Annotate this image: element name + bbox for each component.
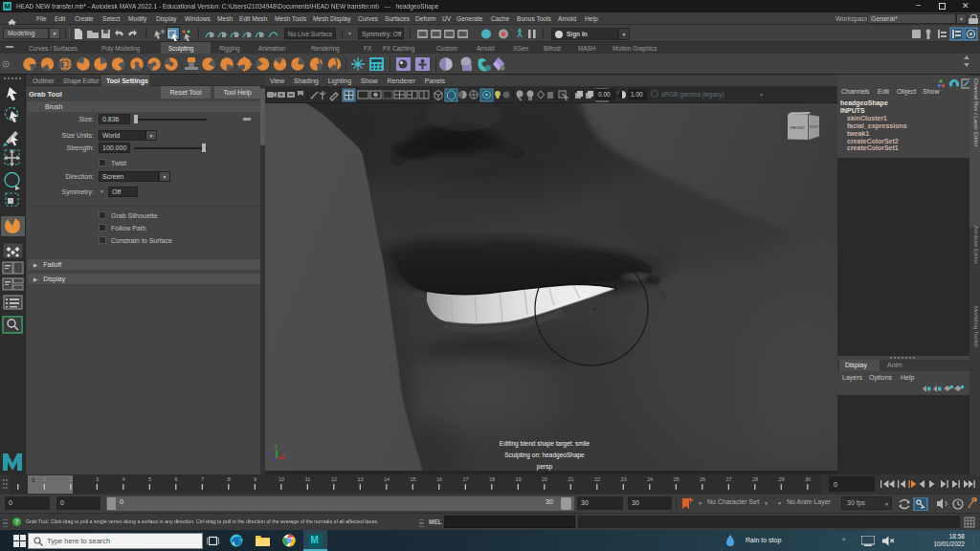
svg-text:26: 26 [700, 476, 705, 482]
svg-text:25: 25 [673, 476, 679, 482]
svg-text:29: 29 [778, 476, 784, 482]
svg-text:14: 14 [384, 476, 390, 482]
svg-text:21: 21 [568, 476, 573, 482]
svg-text:7: 7 [201, 476, 204, 482]
svg-text:10: 10 [278, 476, 284, 482]
svg-text:6: 6 [174, 476, 177, 482]
svg-text:3: 3 [96, 476, 99, 482]
svg-text:28: 28 [752, 476, 758, 482]
svg-text:12: 12 [331, 476, 337, 482]
svg-text:22: 22 [594, 476, 600, 482]
svg-text:18: 18 [489, 476, 495, 482]
svg-text:15: 15 [410, 476, 415, 482]
svg-text:16: 16 [436, 476, 442, 482]
svg-text:9: 9 [254, 476, 256, 482]
svg-text:1: 1 [43, 476, 46, 482]
svg-text:30: 30 [805, 476, 811, 482]
svg-text:20: 20 [542, 476, 547, 482]
svg-text:17: 17 [462, 476, 468, 482]
svg-text:24: 24 [647, 476, 653, 482]
svg-text:4: 4 [122, 476, 124, 482]
svg-text:27: 27 [725, 476, 731, 482]
svg-text:13: 13 [357, 476, 363, 482]
svg-text:5: 5 [148, 476, 151, 482]
svg-text:19: 19 [515, 476, 521, 482]
svg-text:23: 23 [620, 476, 626, 482]
svg-text:0: 0 [834, 481, 837, 488]
svg-text:11: 11 [305, 476, 311, 482]
svg-text:2: 2 [69, 476, 72, 482]
svg-text:RIGHT: RIGHT [810, 125, 819, 129]
svg-text:8: 8 [227, 476, 230, 482]
svg-text:FRONT: FRONT [791, 125, 805, 130]
